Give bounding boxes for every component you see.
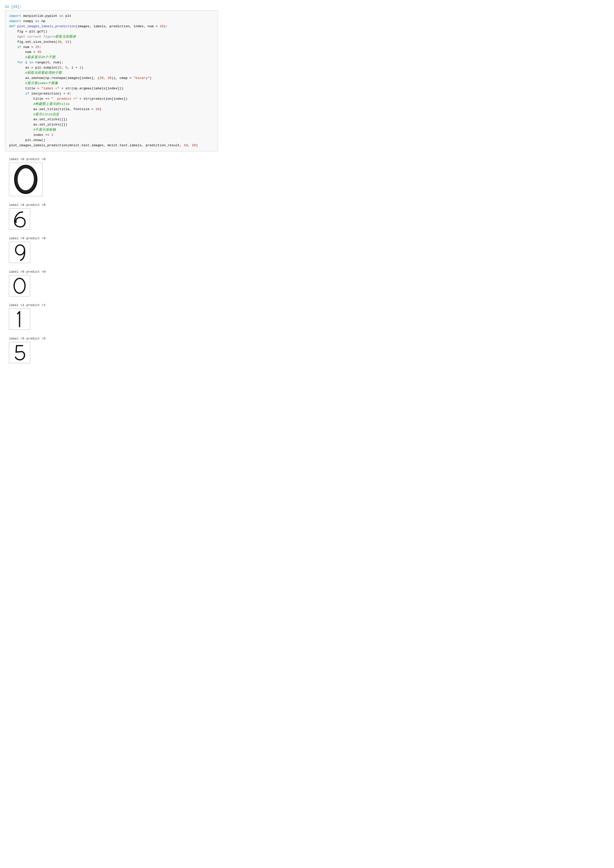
code-block: import matplotlib.pyplot as plt import n… [5, 10, 218, 152]
digit-img-wrapper-9 [9, 242, 30, 263]
digit-label-5: label =5 predict =5 [9, 337, 218, 341]
output-section: label =0 predict =0 label =6 predict =6 … [5, 155, 218, 364]
digit-canvas-9 [10, 242, 30, 262]
digit-label-1: label =1 predict =1 [9, 303, 218, 307]
digit-img-wrapper-5 [9, 342, 30, 363]
digit-block-0b: label =0 predict =0 [9, 270, 218, 298]
digit-label-6: label =6 predict =6 [9, 203, 218, 207]
digit-img-wrapper-1 [9, 308, 30, 330]
digit-img-wrapper-0b [9, 275, 30, 296]
digit-block-9: label =9 predict =9 [9, 237, 218, 264]
digit-label-0b: label =0 predict =0 [9, 270, 218, 274]
digit-canvas-1 [10, 309, 30, 329]
digit-block-0: label =0 predict =0 [9, 157, 218, 197]
digit-canvas-5 [10, 343, 30, 363]
cell-label: In [25]: [5, 5, 218, 9]
digit-img-wrapper-0 [9, 163, 43, 196]
digit-label-9: label =9 predict =9 [9, 237, 218, 240]
digit-img-wrapper-6 [9, 208, 30, 229]
digit-block-1: label =1 predict =1 [9, 303, 218, 331]
digit-canvas-0b [10, 276, 30, 296]
digit-label-0: label =0 predict =0 [9, 157, 218, 161]
digit-block-6: label =6 predict =6 [9, 203, 218, 231]
digit-canvas-6 [10, 209, 30, 229]
digit-canvas-0 [10, 163, 42, 195]
digit-block-5: label =5 predict =5 [9, 337, 218, 364]
